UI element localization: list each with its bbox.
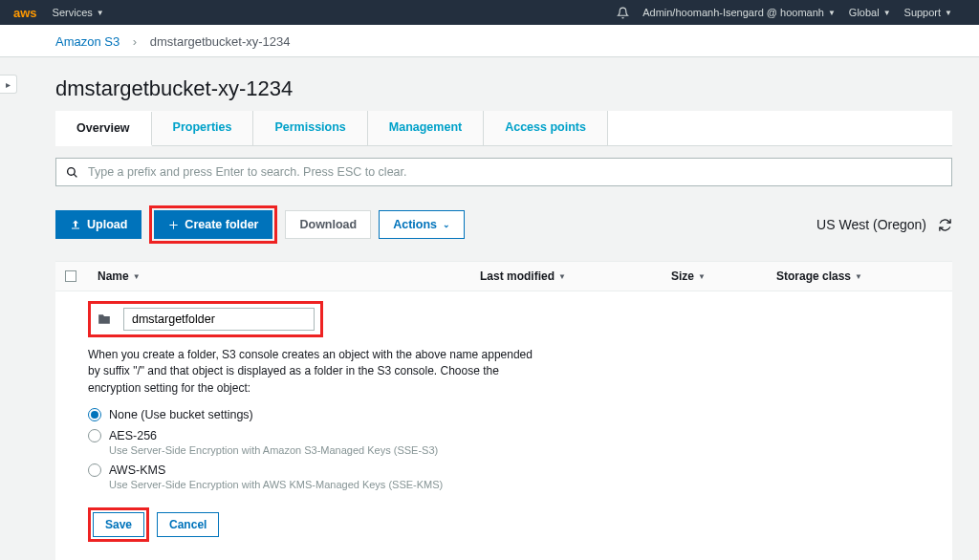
search-icon xyxy=(66,166,78,179)
encryption-options: None (Use bucket settings) AES-256 Use S… xyxy=(88,408,952,490)
option-none-label: None (Use bucket settings) xyxy=(109,408,253,421)
create-folder-label: Create folder xyxy=(185,218,258,231)
sidebar-toggle[interactable]: ▸ xyxy=(0,75,17,94)
download-label: Download xyxy=(299,218,357,231)
cancel-button[interactable]: Cancel xyxy=(157,512,219,537)
download-button: Download xyxy=(285,210,371,239)
aws-logo[interactable]: aws xyxy=(13,6,37,20)
breadcrumb: Amazon S3 › dmstargetbucket-xy-1234 xyxy=(0,25,979,57)
breadcrumb-current: dmstargetbucket-xy-1234 xyxy=(150,34,291,49)
actions-label: Actions xyxy=(393,218,437,231)
search-bar[interactable] xyxy=(55,158,952,186)
highlight-create-folder: Create folder xyxy=(149,205,277,244)
option-kms-sub: Use Server-Side Encryption with AWS KMS-… xyxy=(109,479,952,490)
account-menu[interactable]: Admin/hoomanh-Isengard @ hoomanh ▼ xyxy=(642,7,836,18)
folder-help-text: When you create a folder, S3 console cre… xyxy=(88,347,547,397)
tab-management[interactable]: Management xyxy=(368,111,484,145)
svg-line-1 xyxy=(74,174,76,177)
column-last-modified[interactable]: Last modified▼ xyxy=(480,269,671,283)
caret-down-icon: ▼ xyxy=(855,272,862,281)
caret-down-icon: ▼ xyxy=(133,272,141,281)
option-aes-label: AES-256 xyxy=(109,429,157,442)
column-name[interactable]: Name▼ xyxy=(98,269,480,283)
column-size[interactable]: Size▼ xyxy=(671,269,776,283)
upload-icon xyxy=(70,219,81,230)
tab-properties[interactable]: Properties xyxy=(152,111,254,145)
tab-permissions[interactable]: Permissions xyxy=(253,111,367,145)
select-all-checkbox[interactable] xyxy=(65,270,98,282)
encryption-option-aes[interactable]: AES-256 xyxy=(88,429,952,442)
caret-down-icon: ⌄ xyxy=(443,220,450,229)
tabs: Overview Properties Permissions Manageme… xyxy=(55,111,952,146)
save-cancel-row: Save Cancel xyxy=(88,507,952,542)
object-table: Name▼ Last modified▼ Size▼ Storage class… xyxy=(55,261,952,560)
option-kms-label: AWS-KMS xyxy=(109,463,165,477)
top-nav: aws Services ▼ Admin/hoomanh-Isengard @ … xyxy=(0,0,979,25)
search-input[interactable] xyxy=(88,165,942,179)
main-content: dmstargetbucket-xy-1234 Overview Propert… xyxy=(29,57,979,560)
plus-icon xyxy=(168,220,179,230)
services-menu[interactable]: Services ▼ xyxy=(53,7,104,18)
refresh-icon[interactable] xyxy=(938,218,952,232)
column-storage-class[interactable]: Storage class▼ xyxy=(776,269,943,283)
folder-name-input[interactable] xyxy=(123,308,315,331)
caret-down-icon: ▼ xyxy=(945,9,952,17)
support-menu[interactable]: Support ▼ xyxy=(904,7,952,18)
svg-point-0 xyxy=(68,167,76,175)
radio-icon xyxy=(88,408,101,421)
table-header: Name▼ Last modified▼ Size▼ Storage class… xyxy=(55,261,952,291)
option-aes-sub: Use Server-Side Encryption with Amazon S… xyxy=(109,444,952,456)
action-row: Upload Create folder Download Actions ⌄ … xyxy=(55,205,952,244)
caret-down-icon: ▼ xyxy=(828,9,836,17)
breadcrumb-separator: › xyxy=(133,34,137,49)
region-label: Global xyxy=(849,7,880,18)
caret-down-icon: ▼ xyxy=(558,272,566,281)
tab-overview[interactable]: Overview xyxy=(55,112,152,146)
highlight-save: Save xyxy=(88,507,149,542)
create-folder-panel: When you create a folder, S3 console cre… xyxy=(55,291,952,560)
account-label: Admin/hoomanh-Isengard @ hoomanh xyxy=(642,7,824,18)
services-label: Services xyxy=(53,7,93,18)
region-display: US West (Oregon) xyxy=(816,217,926,232)
region-menu[interactable]: Global ▼ xyxy=(849,7,891,18)
caret-down-icon: ▼ xyxy=(97,9,104,17)
page-title: dmstargetbucket-xy-1234 xyxy=(55,76,952,101)
bell-icon[interactable] xyxy=(617,7,629,19)
radio-icon xyxy=(88,463,101,477)
radio-icon xyxy=(88,429,101,442)
upload-label: Upload xyxy=(87,218,127,231)
actions-dropdown[interactable]: Actions ⌄ xyxy=(379,210,465,239)
save-button[interactable]: Save xyxy=(93,512,144,537)
create-folder-button[interactable]: Create folder xyxy=(154,210,272,239)
encryption-option-kms[interactable]: AWS-KMS xyxy=(88,463,952,477)
highlight-folder-input xyxy=(88,301,323,337)
tab-access-points[interactable]: Access points xyxy=(484,111,608,145)
caret-down-icon: ▼ xyxy=(883,9,891,17)
caret-down-icon: ▼ xyxy=(698,272,706,281)
support-label: Support xyxy=(904,7,942,18)
breadcrumb-root[interactable]: Amazon S3 xyxy=(55,34,120,49)
encryption-option-none[interactable]: None (Use bucket settings) xyxy=(88,408,952,421)
upload-button[interactable]: Upload xyxy=(55,210,141,239)
folder-icon xyxy=(97,312,112,326)
